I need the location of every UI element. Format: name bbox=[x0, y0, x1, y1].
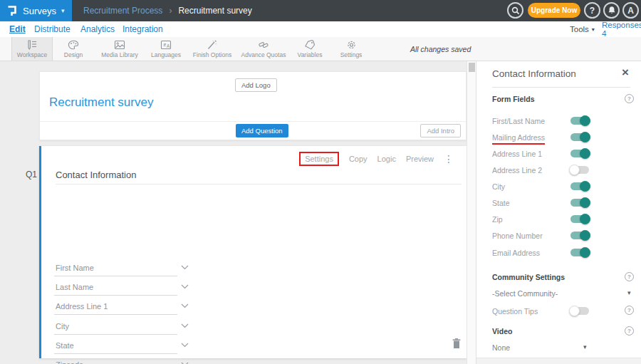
toolbar-item-finish-options[interactable]: Finish Options bbox=[187, 37, 238, 61]
wand-icon bbox=[207, 40, 218, 50]
toolbar-item-variables[interactable]: Variables bbox=[289, 37, 330, 61]
email-address-toggle[interactable] bbox=[570, 249, 589, 256]
toolbar-item-settings[interactable]: Settings bbox=[330, 37, 372, 61]
help-icon[interactable]: ? bbox=[625, 272, 634, 281]
field-row-zipcode[interactable]: Zipcode bbox=[54, 358, 177, 364]
breadcrumb-folder[interactable]: Recruitment Process bbox=[83, 6, 162, 16]
question-action-settings[interactable]: Settings bbox=[299, 152, 339, 166]
phone-number-toggle[interactable] bbox=[570, 232, 589, 239]
toggle-row-zip: Zip bbox=[492, 214, 630, 225]
question-actions: Settings Copy Logic Preview ⋮ bbox=[299, 152, 454, 166]
chevron-down-icon[interactable] bbox=[181, 265, 189, 270]
toggle-label: Zip bbox=[492, 215, 503, 224]
survey-editor-canvas: Add Logo Recruitment survey Add Question… bbox=[0, 61, 476, 364]
tab-distribute[interactable]: Distribute bbox=[34, 21, 71, 37]
surveys-menu[interactable]: Surveys ▾ bbox=[0, 0, 72, 21]
chevron-down-icon: ▾ bbox=[627, 289, 631, 296]
toggle-label: Address Line 2 bbox=[492, 166, 542, 175]
field-row-city[interactable]: City bbox=[54, 320, 177, 335]
survey-title[interactable]: Recruitment survey bbox=[49, 95, 153, 110]
toggle-knob bbox=[580, 115, 590, 126]
toggle-knob bbox=[569, 165, 580, 175]
address-line-1-toggle[interactable] bbox=[570, 150, 589, 157]
toggle-row-mailing-address: Mailing Address bbox=[492, 132, 630, 143]
svg-text:A: A bbox=[167, 43, 170, 48]
toggle-label: First/Last Name bbox=[492, 117, 545, 125]
video-select[interactable]: None ▾ bbox=[492, 342, 630, 353]
field-label: Address Line 1 bbox=[56, 302, 108, 311]
chevron-down-icon[interactable] bbox=[181, 284, 189, 289]
toolbar-item-workspace[interactable]: Workspace bbox=[11, 37, 53, 61]
question-action-preview[interactable]: Preview bbox=[406, 155, 434, 163]
workspace-icon bbox=[26, 40, 38, 50]
search-button[interactable] bbox=[507, 2, 523, 19]
community-select-value: -Select Community- bbox=[492, 289, 558, 298]
toolbar-label: Advance Quotas bbox=[241, 51, 286, 58]
add-question-button[interactable]: Add Question bbox=[236, 124, 288, 137]
toggle-knob bbox=[580, 230, 590, 241]
field-row-state[interactable]: State bbox=[54, 339, 177, 354]
address-line-2-toggle[interactable] bbox=[570, 166, 589, 174]
field-row-address-line-1[interactable]: Address Line 1 bbox=[54, 300, 177, 315]
toolbar-item-design[interactable]: Design bbox=[53, 37, 94, 61]
tab-edit[interactable]: Edit bbox=[9, 21, 26, 37]
toggle-row-first-last-name: First/Last Name bbox=[492, 115, 630, 127]
scrollbar-thumb[interactable] bbox=[469, 63, 475, 72]
breadcrumb-current: Recruitment survey bbox=[178, 6, 251, 16]
toolbar-item-advance-quotas[interactable]: Advance Quotas bbox=[238, 37, 289, 61]
help-icon[interactable]: ? bbox=[625, 94, 634, 103]
toolbar-item-languages[interactable]: ƵA Languages bbox=[145, 37, 187, 61]
responses-link[interactable]: Responses: 4 bbox=[602, 21, 641, 37]
toggle-label: Address Line 1 bbox=[492, 150, 542, 158]
surveys-menu-label: Surveys bbox=[23, 6, 56, 16]
community-settings-heading: Community Settings bbox=[492, 273, 565, 281]
state-toggle[interactable] bbox=[570, 199, 589, 207]
avatar-initial: A bbox=[627, 6, 634, 16]
tag-icon bbox=[304, 40, 316, 50]
toggle-label: City bbox=[492, 182, 505, 191]
question-action-copy[interactable]: Copy bbox=[349, 155, 368, 163]
help-icon[interactable]: ? bbox=[625, 306, 634, 315]
panel-bottom-strip bbox=[476, 358, 641, 364]
chevron-down-icon[interactable] bbox=[181, 303, 189, 308]
toggle-label: Question Tips bbox=[492, 307, 538, 316]
tools-menu[interactable]: Tools ▾ bbox=[570, 21, 595, 37]
gear-icon bbox=[346, 40, 357, 50]
mailing-address-toggle[interactable] bbox=[570, 133, 589, 141]
community-select[interactable]: -Select Community- ▾ bbox=[492, 288, 630, 299]
chevron-down-icon: ▾ bbox=[592, 26, 595, 33]
chevron-down-icon[interactable] bbox=[181, 343, 189, 348]
field-row-first-name[interactable]: First Name bbox=[54, 261, 177, 276]
help-icon[interactable]: ? bbox=[625, 326, 634, 336]
question-tips-toggle[interactable] bbox=[570, 307, 589, 315]
zip-toggle[interactable] bbox=[570, 215, 589, 223]
palette-icon bbox=[68, 40, 79, 50]
city-toggle[interactable] bbox=[570, 182, 589, 190]
toolbar-label: Finish Options bbox=[193, 51, 231, 58]
nav-bar: Edit Distribute Analytics Integration To… bbox=[0, 21, 641, 37]
toolbar-item-media-library[interactable]: Media Library bbox=[94, 37, 145, 61]
toggle-knob bbox=[580, 148, 590, 159]
toggle-label: Phone Number bbox=[492, 232, 543, 240]
breadcrumb: Recruitment Process › Recruitment survey bbox=[83, 0, 252, 21]
toolbar-label: Languages bbox=[151, 51, 181, 58]
kebab-menu-icon[interactable]: ⋮ bbox=[444, 155, 454, 163]
add-logo-button[interactable]: Add Logo bbox=[235, 78, 277, 92]
notifications-button[interactable] bbox=[603, 2, 620, 19]
close-icon[interactable]: × bbox=[622, 66, 629, 80]
question-card: Settings Copy Logic Preview ⋮ Contact In… bbox=[39, 146, 467, 358]
tab-analytics[interactable]: Analytics bbox=[80, 21, 115, 37]
first-last-name-toggle[interactable] bbox=[570, 117, 589, 125]
delete-question-icon[interactable] bbox=[452, 338, 462, 349]
add-intro-button[interactable]: Add Intro bbox=[420, 124, 461, 137]
toggle-row-state: State bbox=[492, 197, 630, 209]
breadcrumb-separator-icon: › bbox=[169, 6, 172, 16]
help-button[interactable]: ? bbox=[584, 2, 600, 19]
account-avatar[interactable]: A bbox=[622, 2, 639, 19]
field-row-last-name[interactable]: Last Name bbox=[54, 281, 177, 296]
upgrade-now-button[interactable]: Upgrade Now bbox=[528, 3, 580, 18]
question-title[interactable]: Contact Information bbox=[56, 170, 136, 180]
chevron-down-icon[interactable] bbox=[181, 323, 189, 328]
tab-integration[interactable]: Integration bbox=[123, 21, 163, 37]
question-action-logic[interactable]: Logic bbox=[377, 155, 396, 163]
